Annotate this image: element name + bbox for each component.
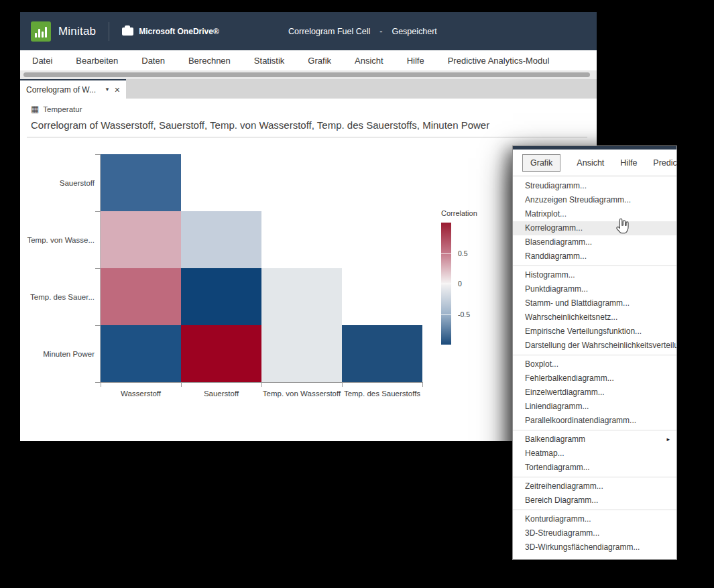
grafik-dropdown-menu: Streudiagramm...Anzuzeigen Streudiagramm… bbox=[513, 176, 676, 554]
minitab-logo-icon bbox=[31, 21, 51, 42]
overlay-menubar-item-grafik[interactable]: Grafik bbox=[522, 154, 560, 172]
corr-cell-2-2 bbox=[261, 268, 342, 325]
corr-cell-0-0 bbox=[101, 154, 181, 211]
x-axis-label: Temp. von Wasserstoff bbox=[263, 390, 341, 398]
y-axis-label: Minuten Power bbox=[43, 350, 95, 358]
menu-item-heatmap[interactable]: Heatmap... bbox=[513, 447, 676, 461]
menubar-item-datei[interactable]: Datei bbox=[32, 56, 52, 66]
menu-item-empirische-verteilungsfunktion[interactable]: Empirische Verteilungsfunktion... bbox=[513, 325, 676, 339]
correlogram-chart: SauerstoffTemp. von Wasse...Temp. des Sa… bbox=[101, 154, 422, 382]
menu-item-konturdiagramm[interactable]: Konturdiagramm... bbox=[513, 512, 676, 526]
save-status: Gespeichert bbox=[392, 27, 436, 36]
horizontal-scrollbar-track bbox=[20, 70, 597, 79]
menu-item-boxplot[interactable]: Boxplot... bbox=[513, 357, 676, 371]
title-divider bbox=[27, 137, 587, 137]
x-axis-label: Wasserstoff bbox=[121, 390, 161, 398]
corr-cell-2-1 bbox=[181, 268, 261, 325]
tab-label: Correlogram of W... bbox=[26, 85, 100, 95]
overlay-menubar: GrafikAnsichtHilfePredictiv bbox=[513, 150, 676, 176]
x-axis-tick bbox=[422, 383, 423, 387]
corr-cell-1-0 bbox=[101, 211, 181, 268]
corr-cell-2-0 bbox=[101, 268, 181, 325]
graph-output-panel: ▦ Temperatur Correlogram of Wasserstoff,… bbox=[20, 99, 597, 441]
menu-item-wahrscheinlichkeitsnetz[interactable]: Wahrscheinlichkeitsnetz... bbox=[513, 310, 676, 325]
menubar-item-predictive-analytics-modul[interactable]: Predictive Analytics-Modul bbox=[448, 56, 550, 66]
corr-cell-3-2 bbox=[261, 325, 342, 382]
tab-correlogram[interactable]: Correlogram of W... ▼ × bbox=[20, 79, 126, 99]
submenu-arrow-icon: ▸ bbox=[666, 432, 670, 447]
menu-item-korrelogramm[interactable]: Korrelogramm... bbox=[513, 221, 676, 235]
horizontal-scrollbar-thumb[interactable] bbox=[23, 72, 590, 77]
y-axis-tick bbox=[95, 382, 101, 383]
y-axis-tick bbox=[95, 325, 101, 326]
x-axis-label: Sauerstoff bbox=[204, 390, 239, 398]
worksheet-grid-icon: ▦ bbox=[31, 105, 39, 113]
menu-item-bereich-diagramm[interactable]: Bereich Diagramm... bbox=[513, 493, 676, 508]
menu-item-parallelkoordinatendiagramm[interactable]: Parallelkoordinatendiagramm... bbox=[513, 414, 676, 428]
document-title: Correlogram Fuel Cell - Gespeichert bbox=[288, 12, 437, 50]
app-name: Minitab bbox=[58, 25, 96, 38]
menu-separator bbox=[513, 510, 676, 510]
menubar-item-bearbeiten[interactable]: Bearbeiten bbox=[76, 56, 118, 66]
menu-item-matrixplot[interactable]: Matrixplot... bbox=[513, 207, 676, 221]
app-header: Minitab Microsoft OneDrive® Correlogram … bbox=[20, 12, 597, 50]
grafik-menu-overlay: GrafikAnsichtHilfePredictiv Streudiagram… bbox=[513, 146, 676, 559]
menu-separator bbox=[513, 430, 676, 430]
menu-separator bbox=[513, 477, 676, 477]
overlay-menubar-item-hilfe[interactable]: Hilfe bbox=[620, 158, 637, 168]
x-axis-label: Temp. des Sauerstoffs bbox=[344, 390, 420, 398]
corr-cell-3-1 bbox=[181, 325, 261, 382]
menu-item-blasendiagramm[interactable]: Blasendiagramm... bbox=[513, 235, 676, 249]
menubar-item-ansicht[interactable]: Ansicht bbox=[355, 56, 383, 66]
legend-tick-label: 0 bbox=[458, 280, 462, 288]
legend-title: Correlation bbox=[441, 209, 508, 217]
menu-separator bbox=[513, 266, 676, 266]
menu-item-streudiagramm[interactable]: Streudiagramm... bbox=[513, 179, 676, 193]
overlay-menubar-item-predictiv[interactable]: Predictiv bbox=[653, 158, 676, 168]
menu-item-3d-wirkungsflächendiagramm[interactable]: 3D-Wirkungsflächendiagramm... bbox=[513, 540, 676, 554]
menu-item-darstellung-der-wahrscheinlichkeitsverteilung[interactable]: Darstellung der Wahrscheinlichkeitsverte… bbox=[513, 339, 676, 353]
menu-item-zeitreihendiagramm[interactable]: Zeitreihendiagramm... bbox=[513, 479, 676, 493]
onedrive-folder-icon bbox=[122, 27, 133, 36]
menubar-item-berechnen[interactable]: Berechnen bbox=[188, 56, 231, 66]
minitab-window: Minitab Microsoft OneDrive® Correlogram … bbox=[20, 12, 597, 441]
legend-tick-mark bbox=[441, 284, 451, 284]
close-icon[interactable]: × bbox=[115, 85, 120, 95]
corr-cell-1-1 bbox=[181, 211, 261, 268]
menu-item-anzuzeigen-streudiagramm[interactable]: Anzuzeigen Streudiagramm... bbox=[513, 193, 676, 207]
menu-item-randdiagramm[interactable]: Randdiagramm... bbox=[513, 249, 676, 263]
legend-tick-mark bbox=[441, 253, 451, 254]
x-axis-tick bbox=[342, 383, 343, 387]
overlay-menubar-item-ansicht[interactable]: Ansicht bbox=[577, 158, 604, 168]
legend-gradient-bar: 0.50-0.5 bbox=[441, 223, 451, 345]
main-menubar: DateiBearbeitenDatenBerechnenStatistikGr… bbox=[20, 50, 597, 70]
menu-item-stamm-und-blattdiagramm[interactable]: Stamm- und Blattdiagramm... bbox=[513, 296, 676, 310]
worksheet-name: Temperatur bbox=[43, 105, 82, 113]
y-axis-tick bbox=[95, 211, 101, 212]
menu-item-balkendiagramm[interactable]: Balkendiagramm▸ bbox=[513, 432, 676, 447]
chart-title: Correlogram of Wasserstoff, Sauerstoff, … bbox=[31, 119, 597, 131]
y-axis-label: Temp. des Sauer... bbox=[30, 293, 95, 301]
menu-item-fehlerbalkendiagramm[interactable]: Fehlerbalkendiagramm... bbox=[513, 371, 676, 386]
menu-item-3d-streudiagramm[interactable]: 3D-Streudiagramm... bbox=[513, 526, 676, 540]
menu-item-punktdiagramm[interactable]: Punktdiagramm... bbox=[513, 282, 676, 296]
corr-cell-3-3 bbox=[342, 325, 422, 382]
storage-label: Microsoft OneDrive® bbox=[139, 27, 219, 36]
menu-item-tortendiagramm[interactable]: Tortendiagramm... bbox=[513, 461, 676, 475]
legend-tick-label: -0.5 bbox=[458, 310, 470, 318]
worksheet-line: ▦ Temperatur bbox=[20, 99, 597, 113]
y-axis-tick bbox=[95, 268, 101, 269]
tab-strip: Correlogram of W... ▼ × bbox=[20, 79, 597, 99]
menu-item-liniendiagramm[interactable]: Liniendiagramm... bbox=[513, 400, 676, 414]
chevron-down-icon[interactable]: ▼ bbox=[105, 86, 110, 93]
menubar-item-grafik[interactable]: Grafik bbox=[308, 56, 331, 66]
hand-cursor-icon bbox=[613, 217, 632, 236]
menubar-item-hilfe[interactable]: Hilfe bbox=[407, 56, 424, 66]
y-axis-label: Temp. von Wasse... bbox=[27, 236, 95, 244]
menubar-item-statistik[interactable]: Statistik bbox=[254, 56, 285, 66]
menubar-item-daten[interactable]: Daten bbox=[141, 56, 165, 66]
menu-item-einzelwertdiagramm[interactable]: Einzelwertdiagramm... bbox=[513, 386, 676, 400]
menu-item-histogramm[interactable]: Histogramm... bbox=[513, 268, 676, 282]
correlation-legend: Correlation 0.50-0.5 bbox=[441, 209, 508, 345]
menu-separator bbox=[513, 355, 676, 355]
